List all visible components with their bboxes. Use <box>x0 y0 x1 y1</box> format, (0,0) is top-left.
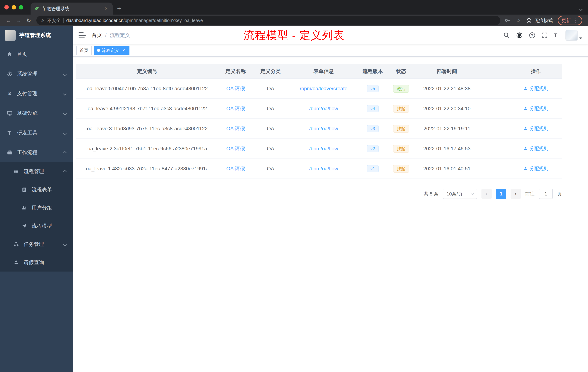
incognito-indicator: 无痕模式 <box>526 17 553 23</box>
github-icon[interactable] <box>516 32 523 39</box>
breadcrumb-home[interactable]: 首页 <box>92 32 102 39</box>
password-key-icon[interactable] <box>504 17 511 23</box>
goto-label: 前往 <box>525 191 535 197</box>
sidebar-item-user-group[interactable]: 用户分组 <box>0 199 73 217</box>
user-avatar-menu[interactable] <box>566 30 582 41</box>
bookmark-star-icon[interactable] <box>516 17 521 24</box>
not-secure-icon <box>41 18 45 23</box>
prev-page-button[interactable] <box>482 189 492 199</box>
reload-button[interactable] <box>24 16 33 25</box>
definition-category: OA <box>253 119 288 139</box>
column-header: 状态 <box>386 64 416 79</box>
user-icon <box>524 146 528 151</box>
sidebar-item-payment[interactable]: 支付管理 <box>0 84 73 103</box>
version-tag: v1 <box>367 165 378 172</box>
form-info-link[interactable]: /bpm/oa/leave/create <box>300 86 347 91</box>
definition-name-link[interactable]: OA 请假 <box>226 126 245 131</box>
definition-name-link[interactable]: OA 请假 <box>226 86 245 91</box>
incognito-icon <box>526 18 532 23</box>
back-button[interactable] <box>4 16 13 25</box>
assign-rule-button[interactable]: 分配规则 <box>524 145 548 152</box>
form-info-link[interactable]: /bpm/oa/flow <box>309 146 338 152</box>
help-icon[interactable] <box>529 33 535 38</box>
chevron-up-icon <box>64 150 66 155</box>
next-page-button[interactable] <box>511 189 521 199</box>
deploy-time: 2022-01-22 20:34:10 <box>416 99 478 119</box>
tag-close-icon[interactable] <box>121 48 126 53</box>
user-icon <box>524 126 528 131</box>
status-badge: 挂起 <box>393 105 409 113</box>
sidebar-item-label: 流程模型 <box>32 223 52 230</box>
definition-name-link[interactable]: OA 请假 <box>226 166 245 171</box>
user-icon <box>524 86 528 91</box>
url-domain: dashboard.yudao.iocoder.cn <box>66 18 124 23</box>
zoom-window-button[interactable] <box>19 5 23 10</box>
form-info-link[interactable]: /bpm/oa/flow <box>309 126 338 131</box>
version-tag: v3 <box>367 125 378 132</box>
page-number-button[interactable]: 1 <box>496 189 506 199</box>
browser-tab[interactable]: 芋道管理系统 × <box>31 2 113 15</box>
sidebar: 芋道管理系统 首页 系统管理 支付管理 基础设施 <box>0 26 73 372</box>
sidebar-item-workflow[interactable]: 工作流程 <box>0 143 73 162</box>
tab-title: 芋道管理系统 <box>42 6 100 12</box>
column-header: 定义编号 <box>76 64 218 79</box>
assign-rule-button[interactable]: 分配规则 <box>524 165 548 172</box>
monitor-icon <box>7 110 13 116</box>
yen-icon <box>7 91 13 97</box>
briefcase-icon <box>7 150 13 155</box>
spacer-cell <box>478 119 510 139</box>
sidebar-item-leave-query[interactable]: 请假查询 <box>0 253 73 272</box>
column-header: 流程版本 <box>359 64 386 79</box>
page-size-select[interactable]: 10条/页 <box>443 189 477 199</box>
column-header: 操作 <box>510 64 562 79</box>
close-window-button[interactable] <box>4 5 9 10</box>
sidebar-logo[interactable]: 芋道管理系统 <box>0 26 73 44</box>
search-icon[interactable] <box>504 32 510 38</box>
table-row: oa_leave:4:991f2193-7b7f-11ec-a3c8-acde4… <box>76 99 562 119</box>
sidebar-item-system[interactable]: 系统管理 <box>0 64 73 84</box>
assign-rule-button[interactable]: 分配规则 <box>524 125 548 132</box>
definition-category: OA <box>253 99 288 119</box>
breadcrumb-separator: / <box>105 33 106 38</box>
page-size-value: 10条/页 <box>447 191 462 197</box>
sidebar-item-task-management[interactable]: 任务管理 <box>0 235 73 253</box>
assign-rule-button[interactable]: 分配规则 <box>524 85 548 92</box>
tag-home[interactable]: 首页 <box>76 46 92 55</box>
sidebar-item-process-form[interactable]: 流程表单 <box>0 181 73 199</box>
assign-rule-button[interactable]: 分配规则 <box>524 105 548 112</box>
chevron-down-icon <box>64 71 66 77</box>
definition-name-link[interactable]: OA 请假 <box>226 106 245 111</box>
definition-name-link[interactable]: OA 请假 <box>226 146 245 152</box>
sidebar-item-home[interactable]: 首页 <box>0 44 73 64</box>
status-badge: 挂起 <box>393 145 409 153</box>
browser-update-button[interactable]: 更新 <box>558 16 582 25</box>
tab-search-chevron-icon[interactable] <box>580 5 582 12</box>
table-row: oa_leave:3:1fad3d93-7b75-11ec-a3c8-acde4… <box>76 119 562 139</box>
form-info-link[interactable]: /bpm/oa/flow <box>309 166 338 171</box>
sidebar-item-process-model[interactable]: 流程模型 <box>0 217 73 235</box>
table-row: oa_leave:5:004b710b-7b8a-11ec-8ef0-acde4… <box>76 79 562 99</box>
tab-close-icon[interactable]: × <box>103 6 109 11</box>
deploy-time: 2022-01-16 17:46:53 <box>416 139 478 159</box>
forward-button[interactable] <box>14 16 23 25</box>
sidebar-item-infrastructure[interactable]: 基础设施 <box>0 103 73 123</box>
sidebar-item-process-management[interactable]: 流程管理 <box>0 162 73 181</box>
sidebar-item-devtools[interactable]: 研发工具 <box>0 123 73 143</box>
navbar-right-icons <box>504 30 582 41</box>
font-size-icon[interactable] <box>554 32 559 38</box>
tag-process-definition[interactable]: 流程定义 <box>94 46 129 55</box>
sidebar-item-label: 工作流程 <box>17 149 37 156</box>
fullscreen-icon[interactable] <box>542 33 547 38</box>
browser-menu-icon[interactable] <box>573 17 578 23</box>
definition-id: oa_leave:2:3c1f0ef1-76b1-11ec-9c66-a2380… <box>76 139 218 159</box>
form-info-link[interactable]: /bpm/oa/flow <box>309 106 338 111</box>
sidebar-toggle-icon[interactable] <box>79 33 86 38</box>
goto-page-input[interactable] <box>539 189 553 199</box>
minimize-window-button[interactable] <box>12 5 16 10</box>
table-row: oa_leave:1:482ec033-762a-11ec-8477-a2380… <box>76 159 562 179</box>
new-tab-button[interactable]: + <box>117 5 121 12</box>
list-icon <box>13 169 19 174</box>
tag-label: 首页 <box>80 47 88 53</box>
address-bar[interactable]: 不安全 dashboard.yudao.iocoder.cn/bpm/manag… <box>36 16 500 25</box>
url-path: /bpm/manager/definition?key=oa_leave <box>124 18 203 23</box>
